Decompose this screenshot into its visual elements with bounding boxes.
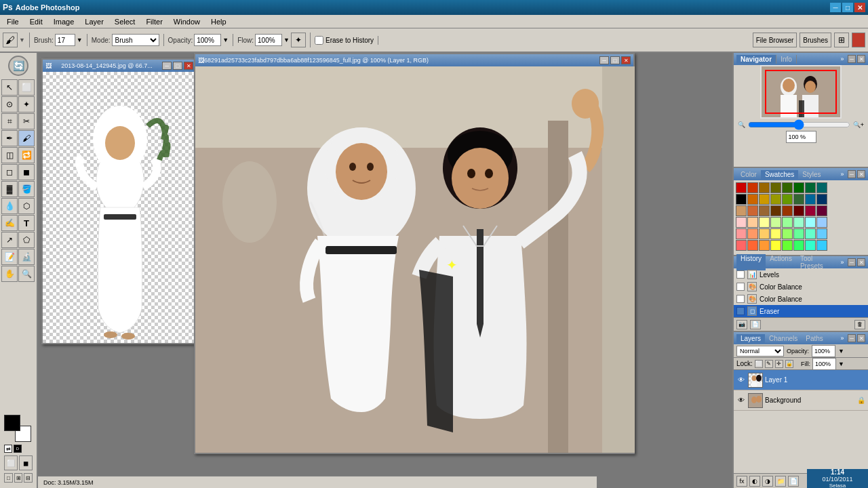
nav-zoom-in-icon[interactable]: 🔍+ [853, 121, 864, 128]
background-eraser-tool[interactable]: ◼ [18, 164, 35, 180]
color-swatch[interactable] [747, 205, 758, 216]
menu-window[interactable]: Window [168, 17, 205, 26]
magic-wand-tool[interactable]: ✦ [18, 96, 35, 113]
background-visibility-icon[interactable]: 👁 [736, 396, 746, 405]
history-brush-tool[interactable]: 🔁 [18, 147, 35, 163]
color-swatch[interactable] [793, 217, 804, 228]
move-tool[interactable]: ↖ [1, 79, 18, 96]
color-swatch[interactable] [782, 217, 793, 228]
layer-new-btn[interactable]: 📄 [788, 476, 799, 487]
color-swatch[interactable] [805, 228, 816, 239]
color-swatch[interactable] [782, 205, 793, 216]
color-swatch[interactable] [770, 228, 781, 239]
type-tool[interactable]: T [18, 215, 35, 231]
brush-picker-arrow[interactable]: ▼ [77, 37, 83, 43]
color-swatch[interactable] [736, 217, 747, 228]
navigator-close-btn[interactable]: ✕ [857, 55, 865, 63]
layer-row-background[interactable]: 👁 Background 🔒 [734, 390, 868, 411]
standard-screen-icon[interactable]: □ [4, 473, 13, 483]
maximize-button[interactable]: □ [842, 3, 853, 12]
color-swatch[interactable] [805, 240, 816, 251]
history-item-color-balance-2[interactable]: 🎨 Color Balance [734, 293, 868, 305]
nav-zoom-input[interactable] [786, 131, 816, 143]
color-swatch[interactable] [816, 205, 827, 216]
tab-swatches[interactable]: Swatches [761, 170, 798, 179]
path-selection-tool[interactable]: ↗ [1, 232, 18, 248]
nav-zoom-out-icon[interactable]: 🔍 [738, 121, 745, 128]
round-tool-icon[interactable]: 🔄 [8, 56, 28, 76]
layer-group-btn[interactable]: 📁 [775, 476, 786, 487]
navigator-minimize-btn[interactable]: ─ [848, 55, 856, 63]
tab-actions[interactable]: Actions [766, 254, 796, 270]
layer1-visibility-icon[interactable]: 👁 [736, 375, 746, 385]
doc2-minimize[interactable]: ─ [599, 56, 609, 64]
color-swatch[interactable] [816, 194, 827, 205]
history-close-btn[interactable]: ✕ [857, 258, 865, 266]
fill-dropdown-arrow[interactable]: ▼ [838, 361, 844, 367]
minimize-button[interactable]: ─ [830, 3, 841, 12]
color-swatch[interactable] [816, 182, 827, 193]
dodge-tool[interactable]: ⬡ [18, 198, 35, 214]
color-swatch[interactable] [816, 228, 827, 239]
clone-tool[interactable]: ◫ [1, 147, 18, 163]
menu-layer[interactable]: Layer [79, 17, 109, 26]
lock-image-icon[interactable]: ✎ [765, 360, 773, 368]
close-button[interactable]: ✕ [854, 3, 865, 12]
eyedropper-tool[interactable]: 🔬 [18, 249, 35, 265]
close-panel-button[interactable] [852, 33, 865, 47]
color-swatch[interactable] [747, 194, 758, 205]
tab-history[interactable]: History [736, 254, 766, 270]
color-swatch[interactable] [793, 182, 804, 193]
zoom-tool[interactable]: 🔍 [18, 266, 35, 282]
brush-preset-arrow[interactable]: ▼ [19, 37, 25, 43]
brush-tool active[interactable]: 🖌 [18, 130, 35, 146]
opacity-arrow[interactable]: ▼ [222, 37, 229, 43]
marquee-tool[interactable]: ⬜ [18, 79, 35, 96]
layers-expand-icon[interactable]: » [838, 334, 846, 342]
brush-preset-icon[interactable]: 🖌 [3, 33, 18, 47]
standard-mode-icon[interactable]: ⬜ [4, 455, 18, 470]
swatches-close-btn[interactable]: ✕ [857, 170, 865, 178]
workspace-button[interactable]: ⊞ [834, 33, 849, 47]
menu-select[interactable]: Select [109, 17, 141, 26]
lock-position-icon[interactable]: ✛ [775, 360, 783, 368]
navigator-expand-icon[interactable]: » [838, 55, 846, 63]
layer-row-layer1[interactable]: 👁 Layer 1 [734, 370, 868, 390]
lock-transparent-icon[interactable]: ⬜ [755, 360, 763, 368]
layers-minimize-btn[interactable]: ─ [848, 334, 856, 342]
history-item-eraser[interactable]: ◻ Eraser [734, 305, 868, 317]
color-swatch[interactable] [782, 240, 793, 251]
mode-select[interactable]: Brush Pencil [112, 34, 159, 46]
color-swatch[interactable] [770, 182, 781, 193]
swatches-minimize-btn[interactable]: ─ [848, 170, 856, 178]
color-swatch[interactable] [770, 240, 781, 251]
history-check-2[interactable] [736, 283, 745, 291]
color-swatch[interactable] [736, 194, 747, 205]
history-item-color-balance-1[interactable]: 🎨 Color Balance [734, 281, 868, 293]
pen-tool[interactable]: ✍ [1, 215, 18, 231]
color-swatch[interactable] [747, 240, 758, 251]
tab-styles[interactable]: Styles [798, 170, 825, 179]
color-swatch[interactable] [759, 240, 770, 251]
color-swatch[interactable] [793, 240, 804, 251]
lock-all-icon[interactable]: 🔒 [785, 360, 793, 368]
blend-mode-select[interactable]: Normal Multiply Screen [736, 346, 784, 357]
layers-opacity-input[interactable] [812, 345, 835, 357]
history-check-3[interactable] [736, 295, 745, 303]
color-swatch[interactable] [816, 217, 827, 228]
flow-arrow[interactable]: ▼ [283, 37, 290, 43]
color-swatch[interactable] [770, 217, 781, 228]
color-swatch[interactable] [759, 182, 770, 193]
file-browser-button[interactable]: File Browser [753, 33, 797, 47]
healing-tool[interactable]: ✒ [1, 130, 18, 146]
eraser-tool[interactable]: ◻ [1, 164, 18, 180]
color-swatch[interactable] [759, 205, 770, 216]
color-swatch[interactable] [805, 182, 816, 193]
tab-navigator[interactable]: Navigator [736, 55, 776, 64]
color-swatch[interactable] [793, 228, 804, 239]
opacity-dropdown-arrow[interactable]: ▼ [838, 348, 844, 354]
swatches-expand-icon[interactable]: » [838, 170, 846, 178]
full-screen-no-bar-icon[interactable]: ⊟ [24, 473, 33, 483]
color-swatch[interactable] [816, 240, 827, 251]
color-swatch[interactable] [770, 205, 781, 216]
